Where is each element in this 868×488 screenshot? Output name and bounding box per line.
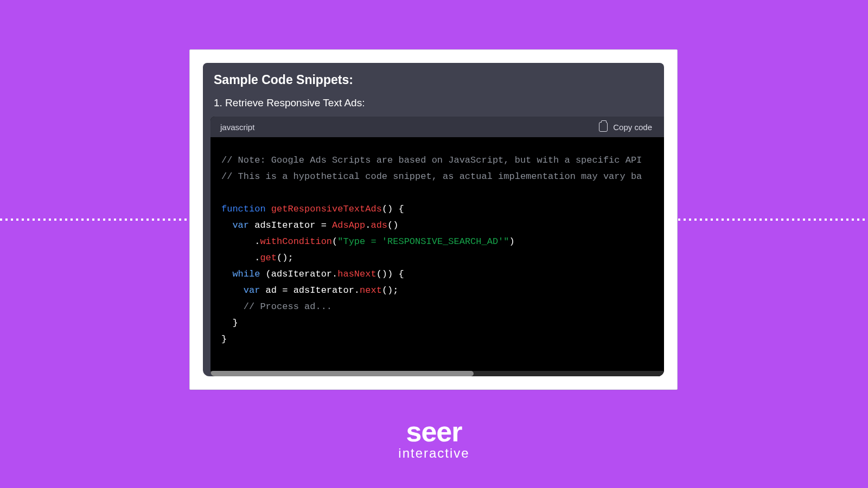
code-line: var ad = adsIterator.next(); — [221, 282, 654, 299]
brand-logo: seer interactive — [398, 418, 469, 460]
clipboard-icon — [599, 122, 608, 132]
horizontal-scrollbar-thumb[interactable] — [210, 371, 474, 376]
code-line: // Process ad... — [221, 299, 654, 315]
code-line: .withCondition("Type = 'RESPONSIVE_SEARC… — [221, 234, 654, 250]
code-line: // Note: Google Ads Scripts are based on… — [221, 152, 654, 169]
copy-code-button[interactable]: Copy code — [599, 122, 652, 132]
code-line: function getResponsiveTextAds() { — [221, 201, 654, 217]
code-line: } — [221, 315, 654, 331]
code-line: // This is a hypothetical code snippet, … — [221, 169, 654, 185]
code-body[interactable]: // Note: Google Ads Scripts are based on… — [210, 137, 664, 376]
code-line — [221, 185, 654, 201]
code-line: } — [221, 331, 654, 348]
brand-logo-bottom: interactive — [398, 447, 469, 460]
code-line: .get(); — [221, 250, 654, 266]
code-header: javascript Copy code — [210, 117, 664, 137]
panel-subtitle: 1. Retrieve Responsive Text Ads: — [203, 93, 664, 117]
code-block: javascript Copy code // Note: Google Ads… — [210, 117, 664, 376]
brand-logo-top: seer — [398, 418, 469, 446]
panel-title: Sample Code Snippets: — [203, 63, 664, 93]
code-panel: Sample Code Snippets: 1. Retrieve Respon… — [203, 63, 664, 376]
code-line: var adsIterator = AdsApp.ads() — [221, 217, 654, 234]
code-card: Sample Code Snippets: 1. Retrieve Respon… — [189, 49, 678, 390]
code-line: while (adsIterator.hasNext()) { — [221, 266, 654, 282]
copy-code-label: Copy code — [613, 123, 652, 132]
horizontal-scrollbar-track[interactable] — [210, 371, 664, 376]
code-language-label: javascript — [220, 123, 254, 132]
